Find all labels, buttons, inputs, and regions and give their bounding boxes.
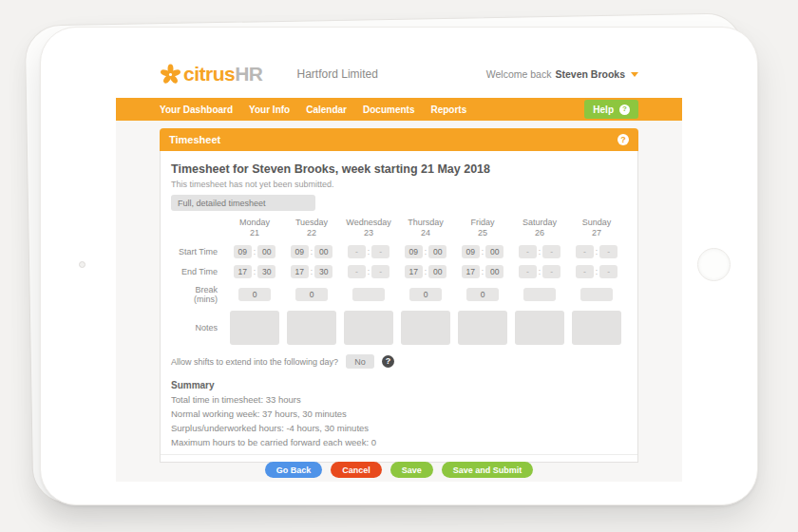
end-hour-input[interactable]: 17 bbox=[291, 265, 309, 278]
end-time-cell: 17:30 bbox=[226, 265, 283, 278]
break-minutes-input[interactable]: 0 bbox=[295, 288, 328, 301]
summary-line: Normal working week: 37 hours, 30 minute… bbox=[171, 408, 627, 419]
day-column-header: Tuesday22 bbox=[283, 218, 340, 238]
day-header-wednesday: Wednesday23 bbox=[346, 218, 390, 238]
extend-toggle[interactable]: No bbox=[346, 354, 374, 369]
save-and-submit-button[interactable]: Save and Submit bbox=[442, 462, 534, 478]
cancel-button[interactable]: Cancel bbox=[331, 462, 382, 478]
nav-item-your-info[interactable]: Your Info bbox=[249, 104, 290, 115]
start-minute-input[interactable]: - bbox=[542, 245, 560, 258]
start-minute-input[interactable]: 00 bbox=[485, 245, 504, 258]
day-name: Saturday bbox=[522, 218, 557, 228]
end-minute-input[interactable]: 00 bbox=[428, 265, 446, 278]
time-colon: : bbox=[311, 267, 313, 276]
end-hour-input[interactable]: 17 bbox=[234, 265, 252, 278]
start-hour-input[interactable]: - bbox=[519, 245, 537, 258]
row-label-break: Break (mins) bbox=[171, 285, 226, 304]
day-header-thursday: Thursday24 bbox=[408, 218, 444, 238]
nav-item-calendar[interactable]: Calendar bbox=[306, 104, 347, 115]
start-minute-input[interactable]: - bbox=[371, 245, 390, 258]
end-hour-input[interactable]: 17 bbox=[405, 265, 423, 278]
end-minute-input[interactable]: - bbox=[542, 265, 560, 278]
start-minute-input[interactable]: 00 bbox=[257, 245, 276, 258]
notes-textarea[interactable] bbox=[287, 311, 336, 345]
page-body: Timesheet ? Timesheet for Steven Brooks,… bbox=[116, 121, 682, 463]
day-column-header: Friday25 bbox=[454, 218, 511, 238]
day-header-monday: Monday21 bbox=[239, 218, 270, 238]
time-colon: : bbox=[254, 247, 256, 256]
end-minute-input[interactable]: 00 bbox=[485, 265, 504, 278]
day-name: Tuesday bbox=[295, 218, 328, 228]
notes-textarea[interactable] bbox=[572, 311, 621, 345]
notes-cell bbox=[454, 311, 511, 345]
day-date: 25 bbox=[470, 228, 494, 238]
day-date: 23 bbox=[346, 228, 390, 238]
time-colon: : bbox=[482, 247, 484, 256]
time-colon: : bbox=[254, 267, 256, 276]
notes-textarea[interactable] bbox=[230, 311, 279, 345]
home-button[interactable] bbox=[697, 248, 731, 281]
citrushr-logo[interactable]: citrusHR bbox=[160, 63, 263, 86]
notes-textarea[interactable] bbox=[344, 311, 393, 345]
break-minutes-input[interactable] bbox=[523, 288, 556, 301]
timesheet-row-end: End Time17:3017:30-:-17:0017:00-:--:- bbox=[171, 265, 627, 278]
start-minute-input[interactable]: 00 bbox=[428, 245, 446, 258]
day-name: Friday bbox=[470, 218, 494, 228]
day-header-row: Monday21Tuesday22Wednesday23Thursday24Fr… bbox=[171, 218, 627, 238]
timesheet-row-notes: Notes bbox=[171, 311, 627, 345]
break-minutes-input[interactable] bbox=[352, 288, 385, 301]
panel-help-icon[interactable]: ? bbox=[618, 134, 629, 145]
tablet-device: citrusHR Hartford Limited Welcome back S… bbox=[40, 27, 758, 505]
notes-textarea[interactable] bbox=[458, 311, 507, 345]
break-minutes-input[interactable]: 0 bbox=[466, 288, 499, 301]
day-date: 27 bbox=[582, 228, 612, 238]
nav-item-your-dashboard[interactable]: Your Dashboard bbox=[160, 104, 233, 115]
end-hour-input[interactable]: - bbox=[348, 265, 366, 278]
user-menu[interactable]: Welcome back Steven Brooks bbox=[486, 68, 638, 80]
nav-item-documents[interactable]: Documents bbox=[363, 104, 414, 115]
timesheet-heading: Timesheet for Steven Brooks, week starti… bbox=[171, 162, 627, 176]
break-minutes-input[interactable]: 0 bbox=[409, 288, 442, 301]
start-hour-input[interactable]: 09 bbox=[405, 245, 423, 258]
break-minutes-input[interactable]: 0 bbox=[238, 288, 271, 301]
end-hour-input[interactable]: - bbox=[519, 265, 537, 278]
save-button[interactable]: Save bbox=[390, 462, 433, 478]
time-colon: : bbox=[482, 267, 484, 276]
end-minute-input[interactable]: 30 bbox=[257, 265, 276, 278]
end-minute-input[interactable]: 30 bbox=[314, 265, 332, 278]
time-colon: : bbox=[596, 247, 598, 256]
end-minute-input[interactable]: - bbox=[371, 265, 390, 278]
go-back-button[interactable]: Go Back bbox=[265, 462, 323, 478]
logo-text: citrusHR bbox=[183, 63, 263, 86]
start-hour-input[interactable]: - bbox=[576, 245, 594, 258]
end-hour-input[interactable]: 17 bbox=[462, 265, 480, 278]
nav-item-reports[interactable]: Reports bbox=[430, 104, 466, 115]
end-hour-input[interactable]: - bbox=[576, 265, 594, 278]
start-hour-input[interactable]: 09 bbox=[291, 245, 309, 258]
end-time-cell: 17:30 bbox=[283, 265, 340, 278]
row-label-end-time: End Time bbox=[171, 267, 226, 276]
start-hour-input[interactable]: - bbox=[348, 245, 366, 258]
help-button[interactable]: Help ? bbox=[584, 100, 638, 119]
end-time-cell: -:- bbox=[340, 265, 397, 278]
time-colon: : bbox=[311, 247, 313, 256]
time-colon: : bbox=[596, 267, 598, 276]
day-name: Thursday bbox=[408, 218, 444, 228]
break-minutes-input[interactable] bbox=[580, 288, 613, 301]
timesheet-view-select[interactable]: Full, detailed timesheet bbox=[171, 195, 315, 211]
notes-textarea[interactable] bbox=[401, 311, 450, 345]
notes-textarea[interactable] bbox=[515, 311, 564, 345]
start-hour-input[interactable]: 09 bbox=[234, 245, 252, 258]
user-name: Steven Brooks bbox=[555, 68, 625, 80]
extend-help-icon[interactable]: ? bbox=[382, 355, 394, 368]
extend-shift-row: Allow shifts to extend into the followin… bbox=[171, 354, 627, 369]
start-minute-input[interactable]: - bbox=[599, 245, 618, 258]
action-buttons: Go Back Cancel Save Save and Submit bbox=[171, 455, 627, 482]
start-time-cell: 09:00 bbox=[283, 245, 340, 258]
summary-title: Summary bbox=[171, 380, 627, 390]
start-minute-input[interactable]: 00 bbox=[314, 245, 332, 258]
end-minute-input[interactable]: - bbox=[599, 265, 618, 278]
day-header-saturday: Saturday26 bbox=[522, 218, 557, 238]
start-time-cell: 09:00 bbox=[454, 245, 511, 258]
start-hour-input[interactable]: 09 bbox=[462, 245, 480, 258]
